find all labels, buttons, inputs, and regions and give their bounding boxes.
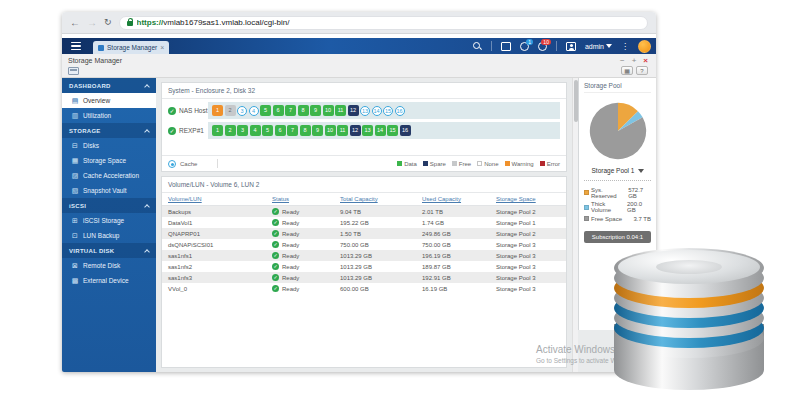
cell: 249.86 GB bbox=[422, 231, 496, 237]
search-icon[interactable] bbox=[473, 42, 482, 51]
disk-slot-2[interactable]: 2 bbox=[225, 105, 236, 116]
disk-slot-4[interactable]: 4 bbox=[250, 125, 261, 136]
sidebar-item-utilization[interactable]: ▥Utilization bbox=[62, 108, 156, 123]
sidebar-item-snapshot-vault[interactable]: ▧Snapshot Vault bbox=[62, 183, 156, 198]
enclosure-label: ✓NAS Host bbox=[162, 107, 208, 115]
back-icon[interactable]: ← bbox=[70, 18, 80, 28]
disk-slot-9[interactable]: 9 bbox=[312, 125, 323, 136]
sidebar-item-cache-acceleration[interactable]: ▨Cache Acceleration bbox=[62, 168, 156, 183]
avatar[interactable] bbox=[638, 40, 651, 53]
sidebar-item-iscsi-storage[interactable]: ⊞iSCSI Storage bbox=[62, 213, 156, 228]
table-row-dsqnapiscsi01[interactable]: dsQNAPiSCSI01✓Ready750.00 GB750.00 GBSto… bbox=[162, 239, 566, 250]
admin-menu[interactable]: admin bbox=[585, 43, 612, 50]
sidebar-section-virtual-disk[interactable]: VIRTUAL DISK bbox=[62, 243, 156, 258]
tab-storage-manager[interactable]: Storage Manager × bbox=[93, 41, 169, 54]
disk-slot-3[interactable]: 3 bbox=[237, 106, 247, 116]
column-header-status[interactable]: Status bbox=[272, 196, 340, 202]
table-row-datavol1[interactable]: DataVol1✓Ready195.22 GB1.74 GBStorage Po… bbox=[162, 217, 566, 228]
cell: dsQNAPiSCSI01 bbox=[168, 242, 272, 248]
sidebar-item-lun-backup[interactable]: ⊡LUN Backup bbox=[62, 228, 156, 243]
sidebar-item-storage-space[interactable]: ▦Storage Space bbox=[62, 153, 156, 168]
sidebar-item-external-device[interactable]: ▩External Device bbox=[62, 273, 156, 288]
sidebar-item-overview[interactable]: ▤Overview bbox=[62, 93, 156, 108]
legend-swatch bbox=[505, 161, 510, 166]
disk-slot-16[interactable]: 16 bbox=[395, 106, 405, 116]
disk-slot-1[interactable]: 1 bbox=[212, 105, 223, 116]
disk-slot-7[interactable]: 7 bbox=[287, 125, 298, 136]
forward-icon[interactable]: → bbox=[87, 18, 97, 28]
pool-selector[interactable]: Storage Pool 1 bbox=[584, 167, 651, 174]
tab-close-icon[interactable]: × bbox=[160, 44, 164, 51]
disk-slot-16[interactable]: 16 bbox=[400, 125, 411, 136]
sidebar-item-disks[interactable]: ⊟Disks bbox=[62, 138, 156, 153]
cache-icon bbox=[168, 160, 176, 168]
volume-table-header: Volume/LUNStatusTotal CapacityUsed Capac… bbox=[162, 193, 566, 206]
disk-slot-4[interactable]: 4 bbox=[249, 106, 259, 116]
reload-icon[interactable]: ↻ bbox=[104, 18, 112, 27]
legend-swatch bbox=[452, 161, 457, 166]
disk-slot-13[interactable]: 13 bbox=[360, 106, 370, 116]
table-row-sas1nfs2[interactable]: sas1nfs2✓Ready1013.29 GB189.87 GBStorage… bbox=[162, 261, 566, 272]
sidebar-item-label: Cache Acceleration bbox=[83, 172, 139, 179]
column-header-volume-lun[interactable]: Volume/LUN bbox=[168, 196, 272, 202]
dashboard-button[interactable]: ▦ bbox=[621, 66, 633, 75]
status-text: Ready bbox=[282, 220, 299, 226]
disk-slot-12[interactable]: 12 bbox=[348, 105, 359, 116]
disk-slot-13[interactable]: 13 bbox=[362, 125, 373, 136]
events-icon[interactable]: 10 bbox=[538, 42, 547, 51]
disk-slot-12[interactable]: 12 bbox=[350, 125, 361, 136]
disk-slot-5[interactable]: 5 bbox=[260, 105, 271, 116]
user-icon[interactable] bbox=[566, 42, 576, 51]
sidebar-section-iscsi[interactable]: iSCSI bbox=[62, 198, 156, 213]
disk-slot-2[interactable]: 2 bbox=[225, 125, 236, 136]
disk-slot-14[interactable]: 14 bbox=[375, 125, 386, 136]
vertical-scrollbar[interactable] bbox=[572, 78, 578, 372]
disk-slot-5[interactable]: 5 bbox=[262, 125, 273, 136]
close-button[interactable]: × bbox=[643, 56, 648, 65]
minimize-button[interactable]: − bbox=[620, 56, 625, 65]
table-row-vvol-0[interactable]: VVol_0✓Ready600.00 GB16.19 GBStorage Poo… bbox=[162, 283, 566, 294]
disk-slot-8[interactable]: 8 bbox=[298, 105, 309, 116]
disk-slot-10[interactable]: 10 bbox=[323, 105, 334, 116]
disk-slot-7[interactable]: 7 bbox=[285, 105, 296, 116]
cell: Backups bbox=[168, 209, 272, 215]
disk-slot-6[interactable]: 6 bbox=[275, 125, 286, 136]
main-menu-icon[interactable] bbox=[71, 40, 81, 52]
disk-slot-8[interactable]: 8 bbox=[300, 125, 311, 136]
column-header-total-capacity[interactable]: Total Capacity bbox=[340, 196, 422, 202]
legend-value: 572.7 GB bbox=[628, 187, 651, 199]
scrollbar-thumb[interactable] bbox=[574, 80, 578, 122]
disk-slot-3[interactable]: 3 bbox=[237, 125, 248, 136]
notifications-icon[interactable]: 1 bbox=[520, 42, 529, 51]
section-label: STORAGE bbox=[69, 128, 101, 134]
sidebar-item-remote-disk[interactable]: ⊠Remote Disk bbox=[62, 258, 156, 273]
table-row-backups[interactable]: Backups✓Ready9.04 TB2.01 TBStorage Pool … bbox=[162, 206, 566, 217]
cell: Storage Pool 3 bbox=[496, 286, 560, 292]
background-tasks-icon[interactable] bbox=[501, 42, 511, 51]
column-header-storage-space[interactable]: Storage Space bbox=[496, 196, 560, 202]
system-panel: System - Enclosure 2, Disk 32 ✓NAS Host1… bbox=[161, 82, 567, 172]
sidebar-section-storage[interactable]: STORAGE bbox=[62, 123, 156, 138]
help-button[interactable]: ? bbox=[636, 66, 648, 75]
address-bar[interactable]: https://vmlab1679sas1.vmlab.local/cgi-bi… bbox=[119, 16, 648, 30]
table-row-sas1nfs3[interactable]: sas1nfs3✓Ready1013.29 GB192.91 GBStorage… bbox=[162, 272, 566, 283]
column-header-used-capacity[interactable]: Used Capacity bbox=[422, 196, 496, 202]
table-row-sas1nfs1[interactable]: sas1nfs1✓Ready1013.29 GB196.19 GBStorage… bbox=[162, 250, 566, 261]
sidebar-section-dashboard[interactable]: DASHBOARD bbox=[62, 78, 156, 93]
disk-slot-15[interactable]: 15 bbox=[387, 125, 398, 136]
more-options-icon[interactable]: ⋮ bbox=[621, 42, 629, 51]
disk-slot-9[interactable]: 9 bbox=[310, 105, 321, 116]
disk-slot-14[interactable]: 14 bbox=[372, 106, 382, 116]
status-text: Ready bbox=[282, 253, 299, 259]
status-text: Ready bbox=[282, 231, 299, 237]
disk-slot-11[interactable]: 11 bbox=[335, 105, 346, 116]
disk-slot-10[interactable]: 10 bbox=[325, 125, 336, 136]
disk-slot-6[interactable]: 6 bbox=[273, 105, 284, 116]
maximize-button[interactable]: + bbox=[632, 56, 637, 65]
disk-slot-1[interactable]: 1 bbox=[212, 125, 223, 136]
browser-toolbar: ← → ↻ https://vmlab1679sas1.vmlab.local/… bbox=[62, 12, 656, 34]
disk-slot-15[interactable]: 15 bbox=[383, 106, 393, 116]
table-row-qnaprp01[interactable]: QNAPRP01✓Ready1.50 TB249.86 GBStorage Po… bbox=[162, 228, 566, 239]
pool-legend-thick-volume: Thick Volume200.0 GB bbox=[584, 201, 651, 213]
disk-slot-11[interactable]: 11 bbox=[337, 125, 348, 136]
